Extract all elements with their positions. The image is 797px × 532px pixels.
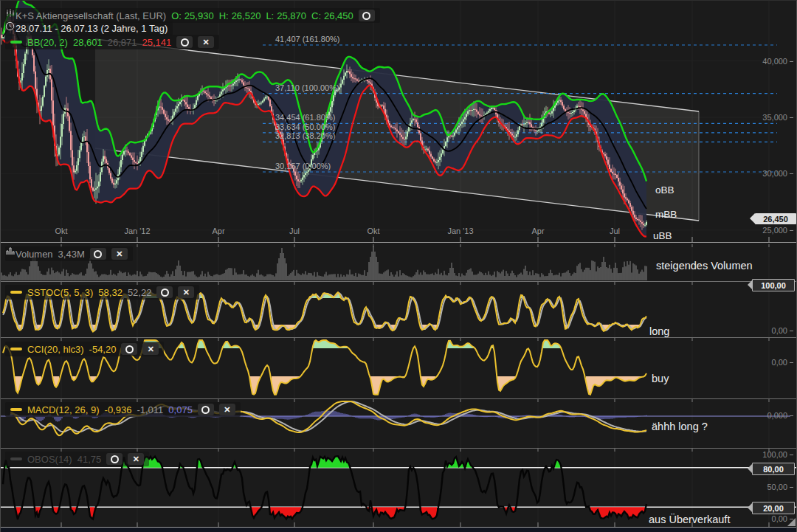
annotation-cci[interactable]: buy — [652, 373, 669, 384]
obos-upper-tag: 80,00 — [752, 463, 795, 475]
chart-settings-button[interactable] — [359, 10, 375, 21]
bb-upper-value: 28,601 — [73, 37, 103, 48]
window-bottom-strip — [1, 528, 797, 532]
cci-title: CCI(20, hlc3) — [27, 344, 84, 355]
sstoc-header: SSTOC(5, 5, 3) 58,32 52,22 — [5, 285, 199, 300]
sstoc-d-value: 52,22 — [128, 287, 152, 298]
price-axis-label: 40,000 — [762, 57, 793, 66]
date-range: 28.07.11 - 26.07.13 (2 Jahre, 1 Tag) — [15, 23, 168, 34]
ohlc-high: H:26,520 — [219, 10, 261, 21]
indicator-settings-button[interactable] — [176, 36, 193, 48]
main-price-panel: K+S Aktiengesellschaft (Last, EUR) O:25,… — [1, 1, 797, 244]
macd-hist-value: 0,075 — [168, 404, 193, 415]
time-axis-label: Apr — [201, 227, 235, 235]
obos-header: OBOS(14) 41,75 — [5, 452, 149, 466]
indicator-settings-button[interactable] — [121, 343, 137, 355]
indicator-close-button[interactable] — [128, 453, 144, 465]
macd-legend-dash-icon — [10, 408, 22, 411]
indicator-close-button[interactable] — [178, 286, 194, 298]
bb-legend-dash-icon — [10, 41, 22, 44]
indicator-settings-button[interactable] — [106, 453, 123, 465]
cci-panel: CCI(20, hlc3) -54,20 buy 0,00 — [1, 338, 797, 398]
instrument-title: K+S Aktiengesellschaft (Last, EUR) — [15, 10, 166, 21]
panel-resize-divider[interactable] — [1, 337, 797, 338]
panel-resize-divider[interactable] — [1, 448, 797, 449]
charting-application: K+S Aktiengesellschaft (Last, EUR) O:25,… — [0, 0, 797, 532]
obos-panel: OBOS(14) 41,75 aus Überverkauft 100,00 5… — [1, 449, 797, 527]
last-price-tag: 26,450 — [755, 213, 796, 224]
obos-value: 41,75 — [77, 454, 102, 465]
cci-axis-zero: 0,00 — [772, 358, 793, 367]
panel-resize-divider[interactable] — [1, 281, 797, 282]
sstoc-legend-dash-icon — [10, 291, 22, 294]
indicator-close-button[interactable] — [198, 36, 214, 48]
bb-mid-value: 26,871 — [108, 37, 137, 48]
time-axis-label: Jul — [598, 227, 632, 235]
obos-lower-tag: 20,00 — [752, 502, 795, 514]
ohlc-close: C:26,450 — [311, 10, 353, 21]
sstoc-axis-zero: 0,00 — [772, 326, 793, 335]
ohlc-open: O:25,930 — [171, 10, 214, 21]
ohlc-low: L:25,870 — [266, 10, 306, 21]
bb-lower-value: 25,141 — [142, 37, 171, 48]
volume-panel: Volumen 3,43M steigendes Volumen — [1, 244, 797, 281]
obos-axis-50: 50,00 — [767, 483, 793, 491]
sstoc-k-value: 58,32 — [98, 287, 123, 298]
obos-legend-dash-icon — [10, 457, 22, 460]
price-axis-label: 35,000 — [762, 113, 793, 122]
time-axis-label: Apr — [521, 227, 555, 235]
fib-level-label: 37,110 (100.00%) — [275, 83, 339, 92]
fib-level-label: 33,634 (50.00%) — [275, 122, 335, 131]
sstoc-panel: SSTOC(5, 5, 3) 58,32 52,22 long 0,00 — [1, 282, 797, 337]
macd-title: MACD(12, 26, 9) — [27, 404, 100, 415]
macd-header: MACD(12, 26, 9) -0,936 -1,011 0,075 — [5, 402, 241, 417]
cci-legend-dash-icon — [10, 348, 22, 350]
indicator-close-button[interactable] — [142, 343, 159, 355]
time-axis-label: Jul — [277, 227, 311, 235]
cci-value: -54,20 — [89, 344, 117, 355]
macd-signal-value: -1,011 — [137, 404, 163, 415]
annotation-macd[interactable]: ähhh long ? — [652, 421, 708, 432]
obos-axis-100: 100,00 — [762, 450, 793, 459]
band-label-mbb: mBB — [655, 209, 677, 220]
sstoc-title: SSTOC(5, 5, 3) — [27, 287, 93, 298]
fib-level-label: 30,157 (0.00%) — [275, 162, 331, 170]
time-axis-label: Okt — [44, 227, 78, 235]
annotation-obos[interactable]: aus Überverkauft — [649, 514, 730, 525]
volume-title: Volumen — [15, 249, 53, 260]
cci-header: CCI(20, hlc3) -54,20 — [5, 342, 164, 356]
bb-title: BB(20, 2) — [27, 37, 68, 48]
macd-value: -0,936 — [105, 404, 132, 415]
indicator-settings-button[interactable] — [156, 286, 173, 298]
volume-value: 3,43M — [58, 249, 85, 260]
sstoc-upper-tag: 100,00 — [752, 279, 795, 291]
obos-title: OBOS(14) — [27, 454, 72, 465]
annotation-volume[interactable]: steigendes Volumen — [656, 260, 753, 272]
indicator-settings-button[interactable] — [198, 404, 214, 415]
fib-level-label: 32,813 (38.20%) — [275, 131, 335, 140]
time-axis-label: Jan '12 — [120, 227, 154, 235]
instrument-header: K+S Aktiengesellschaft (Last, EUR) O:25,… — [5, 8, 380, 23]
band-label-obb: oBB — [655, 184, 674, 196]
macd-axis-zero: 0,000 — [767, 411, 793, 420]
price-axis-label: 25,000 — [762, 226, 793, 235]
fib-level-label: 34,454 (61.80%) — [275, 113, 335, 122]
window-resize-handle[interactable] — [787, 518, 796, 526]
annotation-sstoc[interactable]: long — [649, 325, 669, 337]
price-axis-label: 30,000 — [762, 169, 793, 178]
volume-header: Volumen 3,43M — [5, 246, 133, 261]
indicator-close-button[interactable] — [111, 248, 128, 260]
time-axis-label: Jan '13 — [444, 227, 477, 235]
time-axis-label: Okt — [356, 227, 390, 235]
bollinger-header: BB(20, 2) 28,601 26,871 25,141 — [5, 35, 219, 49]
macd-panel: MACD(12, 26, 9) -0,936 -1,011 0,075 ähhh… — [1, 399, 797, 448]
panel-resize-divider[interactable] — [1, 398, 797, 399]
band-label-ubb: uBB — [653, 230, 672, 241]
indicator-close-button[interactable] — [219, 404, 235, 415]
date-range-header: 28.07.11 - 26.07.13 (2 Jahre, 1 Tag) — [5, 21, 173, 35]
indicator-settings-button[interactable] — [90, 248, 106, 260]
fib-level-label: 41,407 (161.80%) — [275, 35, 339, 44]
